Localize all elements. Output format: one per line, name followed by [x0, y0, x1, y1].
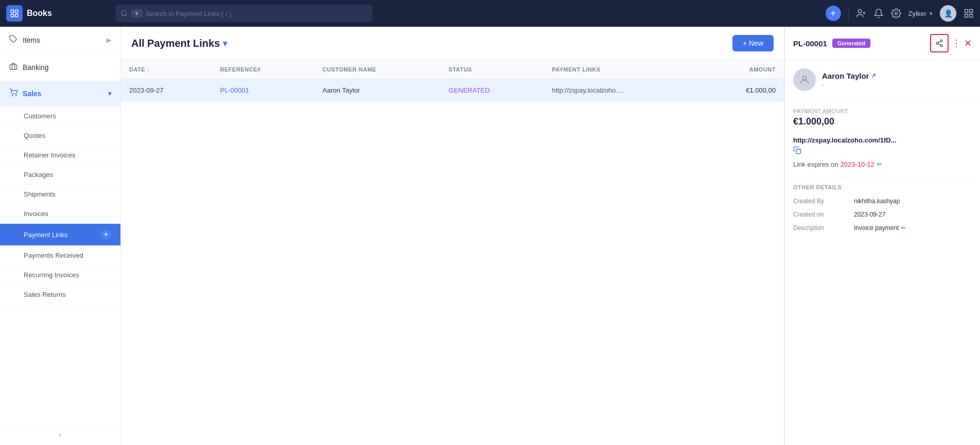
svg-rect-9 — [970, 10, 973, 13]
detail-customer-section: Aaron Taylor ↗ - — [785, 60, 980, 100]
apps-grid-icon-btn[interactable] — [964, 8, 974, 19]
share-button[interactable] — [930, 34, 949, 52]
reference-link[interactable]: PL-00001 — [220, 86, 249, 94]
sidebar-item-invoices[interactable]: Invoices — [0, 204, 120, 224]
search-input[interactable] — [146, 10, 367, 17]
svg-rect-13 — [10, 65, 16, 69]
other-detail-value: nikhitha.kashyap — [854, 198, 900, 205]
detail-record-id: PL-00001 — [793, 39, 827, 48]
customers-label: Customers — [24, 112, 56, 120]
quotes-label: Quotes — [24, 132, 45, 139]
topnav: Books ▼ + Zylker ▾ 👤 — [0, 0, 980, 27]
payment-links-label: Payment Links — [24, 231, 67, 239]
search-icon — [120, 10, 128, 17]
nav-divider — [848, 6, 849, 21]
svg-point-16 — [940, 40, 942, 42]
retainer-invoices-label: Retainer Invoices — [24, 151, 75, 159]
settings-icon-btn[interactable] — [891, 8, 901, 19]
main-layout: Items ▶ Banking Sales ▾ Customers Quotes… — [0, 27, 980, 445]
sidebar-item-customers[interactable]: Customers — [0, 106, 120, 126]
svg-rect-2 — [11, 14, 13, 17]
other-detail-key: Description — [793, 224, 850, 232]
packages-label: Packages — [24, 171, 53, 179]
table-row[interactable]: 2023-09-27 PL-00001 Aaron Taylor GENERAT… — [121, 79, 784, 102]
cell-status: GENERATED — [441, 79, 544, 102]
col-status: STATUS — [441, 60, 544, 79]
payment-links-add-icon[interactable]: + — [101, 229, 111, 240]
list-header: All Payment Links ▾ + New — [121, 27, 784, 60]
svg-rect-3 — [15, 14, 18, 17]
detail-header-actions: ⋮ ✕ — [930, 34, 972, 52]
sidebar: Items ▶ Banking Sales ▾ Customers Quotes… — [0, 27, 121, 445]
edit-field-icon[interactable]: ✏ — [901, 224, 906, 232]
detail-header: PL-00001 Generated ⋮ ✕ — [785, 27, 980, 60]
copy-link-icon[interactable] — [793, 146, 801, 154]
more-options-button[interactable]: ⋮ — [952, 38, 961, 49]
payment-links-table: DATE ↕ REFERENCE# CUSTOMER NAME STATUS P… — [121, 60, 784, 102]
banking-icon — [9, 62, 18, 73]
other-detail-row: Description Invoice payment ✏ — [793, 224, 972, 232]
sidebar-item-payment-links[interactable]: Payment Links + — [0, 224, 120, 246]
cell-date: 2023-09-27 — [121, 79, 212, 102]
notifications-icon-btn[interactable] — [873, 8, 884, 19]
search-bar[interactable]: ▼ — [115, 5, 373, 22]
sidebar-collapse-button[interactable]: ‹ — [0, 424, 120, 445]
sidebar-item-payments-received[interactable]: Payments Received — [0, 246, 120, 265]
payment-amount-label: Payment Amount — [793, 108, 972, 114]
svg-line-20 — [938, 41, 941, 43]
user-avatar[interactable]: 👤 — [940, 5, 956, 22]
svg-point-18 — [940, 45, 942, 47]
svg-rect-0 — [11, 10, 13, 12]
sidebar-item-shipments[interactable]: Shipments — [0, 185, 120, 204]
sales-chevron-icon: ▾ — [108, 90, 111, 97]
app-logo[interactable]: Books — [6, 5, 109, 22]
new-button[interactable]: + New — [732, 35, 774, 51]
customer-name: Aaron Taylor ↗ — [822, 72, 876, 80]
svg-point-14 — [12, 95, 12, 96]
date-sort-icon[interactable]: ↕ — [147, 67, 150, 73]
add-new-button[interactable]: + — [826, 6, 841, 21]
cell-payment-link: http://zspay.localzoho.... — [544, 79, 701, 102]
other-detail-row: Created on 2023-09-27 — [793, 211, 972, 218]
app-name: Books — [27, 9, 52, 18]
sidebar-item-retainer-invoices[interactable]: Retainer Invoices — [0, 146, 120, 165]
payment-link-field: http://zspay.localzoho.com/1fD... Link e… — [793, 136, 972, 168]
payments-received-label: Payments Received — [24, 252, 83, 259]
search-filter-badge[interactable]: ▼ — [131, 9, 143, 17]
sidebar-items-label: Items — [23, 36, 40, 44]
invoices-label: Invoices — [24, 210, 48, 218]
user-menu[interactable]: Zylker ▾ — [908, 10, 933, 17]
other-detail-key: Created By — [793, 198, 850, 205]
sidebar-sales-label: Sales — [23, 90, 42, 98]
sidebar-item-items[interactable]: Items ▶ — [0, 27, 120, 54]
customer-external-link-icon[interactable]: ↗ — [871, 72, 876, 79]
contacts-icon-btn[interactable] — [856, 8, 866, 19]
svg-point-6 — [858, 10, 862, 13]
svg-point-17 — [936, 42, 938, 44]
edit-expiry-icon[interactable]: ✏ — [877, 161, 882, 168]
sidebar-item-packages[interactable]: Packages — [0, 165, 120, 185]
detail-panel: PL-00001 Generated ⋮ ✕ — [784, 27, 980, 445]
link-expiry: Link expires on 2023-10-12 ✏ — [793, 161, 972, 168]
other-detail-value: 2023-09-27 — [854, 211, 885, 218]
status-badge: Generated — [832, 39, 870, 48]
sidebar-item-quotes[interactable]: Quotes — [0, 126, 120, 146]
close-detail-button[interactable]: ✕ — [964, 38, 972, 49]
svg-line-5 — [126, 15, 127, 16]
list-title: All Payment Links ▾ — [131, 38, 227, 49]
sidebar-item-recurring-invoices[interactable]: Recurring Invoices — [0, 265, 120, 285]
table-container: DATE ↕ REFERENCE# CUSTOMER NAME STATUS P… — [121, 60, 784, 445]
items-arrow-icon: ▶ — [107, 37, 111, 44]
sidebar-item-sales-returns[interactable]: Sales Returns — [0, 285, 120, 305]
sidebar-item-banking[interactable]: Banking — [0, 54, 120, 81]
sidebar-banking-label: Banking — [23, 63, 49, 72]
col-customer-name: CUSTOMER NAME — [314, 60, 441, 79]
sidebar-section-sales[interactable]: Sales ▾ — [0, 81, 120, 106]
other-details-rows: Created By nikhitha.kashyap Created on 2… — [793, 198, 972, 232]
col-reference: REFERENCE# — [212, 60, 314, 79]
list-title-dropdown-icon[interactable]: ▾ — [223, 39, 227, 48]
other-detail-value: Invoice payment ✏ — [854, 224, 906, 232]
other-details-section: OTHER DETAILS Created By nikhitha.kashya… — [793, 177, 972, 232]
topnav-right: + Zylker ▾ 👤 — [826, 5, 974, 22]
expiry-date: 2023-10-12 — [840, 161, 874, 168]
